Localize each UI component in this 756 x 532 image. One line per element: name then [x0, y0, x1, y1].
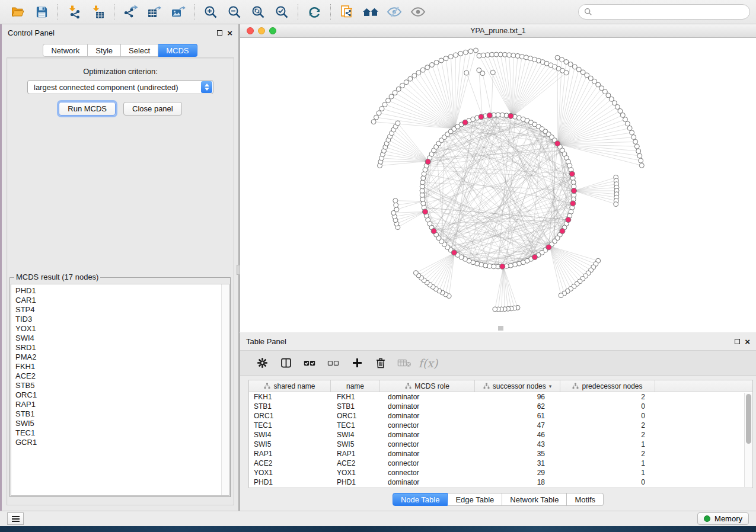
table-row[interactable]: RAP1RAP1dominator352	[249, 449, 744, 459]
table-row[interactable]: ORC1ORC1dominator610	[249, 411, 744, 421]
table-row[interactable]: ACE2ACE2connector311	[249, 459, 744, 468]
table-cell: PHD1	[330, 478, 379, 486]
export-image-icon[interactable]	[168, 3, 188, 21]
status-bar: Memory	[0, 511, 756, 526]
refresh-icon[interactable]	[304, 3, 324, 21]
toolbar-separator	[114, 4, 114, 20]
criterion-dropdown[interactable]: largest connected component (undirected)	[27, 80, 213, 94]
clone-network-icon[interactable]	[337, 3, 357, 21]
table-row[interactable]: STB1STB1dominator620	[249, 402, 744, 411]
table-row[interactable]: TEC1TEC1connector472	[249, 421, 744, 430]
canvas-scroll-handle[interactable]	[498, 326, 503, 331]
list-item[interactable]: SWI5	[15, 419, 229, 428]
zoom-out-icon[interactable]	[224, 3, 244, 21]
list-item[interactable]: STP4	[15, 305, 229, 315]
zoom-selected-icon[interactable]	[272, 3, 292, 21]
table-cell: 61	[474, 412, 560, 420]
list-item[interactable]: STB1	[15, 409, 229, 419]
column-header-successor-nodes[interactable]: successor nodes▾	[474, 380, 560, 392]
close-panel-button[interactable]: Close panel	[123, 102, 182, 116]
float-panel-icon[interactable]	[217, 30, 222, 36]
add-row-icon[interactable]	[348, 354, 366, 372]
table-row[interactable]: FKH1FKH1dominator962	[249, 392, 744, 402]
import-network-icon[interactable]	[64, 3, 84, 21]
zoom-in-icon[interactable]	[200, 3, 221, 21]
table-row[interactable]: SWI5SWI5connector431	[249, 440, 744, 449]
float-table-panel-icon[interactable]	[735, 339, 740, 344]
table-scrollbar[interactable]	[744, 393, 752, 487]
network-graph[interactable]	[240, 38, 756, 332]
network-title: YPA_prune.txt_1	[240, 27, 756, 35]
tab-node-table[interactable]: Node Table	[393, 493, 448, 506]
table-scrollbar-thumb[interactable]	[746, 394, 751, 444]
table-row[interactable]: SWI4SWI4dominator462	[249, 430, 744, 440]
tab-network[interactable]: Network	[43, 44, 88, 57]
export-table-icon[interactable]	[144, 3, 164, 21]
list-item[interactable]: SRD1	[15, 343, 229, 352]
list-item[interactable]: TID3	[15, 315, 229, 324]
column-header-predecessor-nodes[interactable]: predecessor nodes	[560, 380, 655, 392]
mcds-result-list[interactable]: PHD1CAR1STP4TID3YOX1SWI4SRD1PMA2FKH1ACE2…	[11, 284, 229, 496]
delete-row-icon[interactable]	[372, 354, 390, 372]
show-all-icon[interactable]	[408, 3, 428, 21]
list-item[interactable]: ACE2	[15, 371, 229, 381]
list-item[interactable]: SWI4	[15, 334, 229, 343]
column-label: predecessor nodes	[582, 382, 642, 390]
table-row[interactable]: PHD1PHD1dominator180	[249, 477, 744, 487]
table-cell: PHD1	[249, 478, 330, 486]
tab-network-table[interactable]: Network Table	[502, 493, 567, 506]
tab-select[interactable]: Select	[121, 44, 158, 57]
table-cell: 2	[560, 421, 655, 430]
search-box	[578, 4, 750, 20]
list-item[interactable]: STB5	[15, 381, 229, 390]
close-table-panel-icon[interactable]: ×	[745, 339, 750, 344]
table-cell: 35	[474, 450, 560, 458]
task-history-icon[interactable]	[7, 512, 24, 525]
tab-motifs[interactable]: Motifs	[567, 493, 604, 506]
table-cell: RAP1	[330, 450, 379, 458]
list-item[interactable]: PHD1	[15, 286, 229, 296]
list-item[interactable]: TEC1	[15, 428, 229, 438]
list-item[interactable]: YOX1	[15, 324, 229, 334]
tab-mcds[interactable]: MCDS	[158, 44, 197, 57]
mcds-tab-content: Optimization criterion: largest connecte…	[7, 57, 234, 505]
first-neighbors-icon[interactable]	[361, 3, 381, 21]
settings-icon[interactable]	[253, 354, 271, 372]
list-item[interactable]: RAP1	[15, 400, 229, 409]
column-type-icon	[483, 383, 490, 389]
table-cell: 18	[474, 478, 560, 486]
table-body: FKH1FKH1dominator962STB1STB1dominator620…	[249, 392, 744, 488]
tab-edge-table[interactable]: Edge Table	[448, 493, 502, 506]
list-item[interactable]: PMA2	[15, 352, 229, 362]
list-item[interactable]: ORC1	[15, 390, 229, 400]
table-cell: 0	[560, 478, 655, 486]
open-file-icon[interactable]	[8, 3, 28, 21]
list-item[interactable]: GCR1	[15, 438, 229, 447]
column-header-mcds-role[interactable]: MCDS role	[379, 380, 474, 392]
list-item[interactable]: FKH1	[15, 362, 229, 371]
select-all-icon[interactable]	[301, 354, 318, 372]
tab-style[interactable]: Style	[88, 44, 121, 57]
zoom-fit-icon[interactable]	[248, 3, 268, 21]
deselect-all-icon[interactable]	[324, 354, 342, 372]
column-header-name[interactable]: name	[330, 380, 379, 392]
save-session-icon[interactable]	[31, 3, 52, 21]
column-header-shared-name[interactable]: shared name	[249, 380, 330, 392]
hide-selected-icon[interactable]	[384, 3, 404, 21]
split-panel-icon[interactable]	[277, 354, 295, 372]
table-cell: FKH1	[330, 393, 379, 401]
list-item[interactable]: CAR1	[15, 296, 229, 305]
import-table-icon[interactable]	[88, 3, 108, 21]
application-window: Control Panel × NetworkStyleSelectMCDS O…	[0, 0, 756, 532]
close-panel-icon[interactable]: ×	[227, 30, 232, 36]
export-network-icon[interactable]	[120, 3, 141, 21]
run-mcds-button[interactable]: Run MCDS	[59, 102, 116, 116]
table-cell: SWI5	[330, 440, 379, 448]
table-cell: connector	[379, 440, 474, 448]
network-canvas[interactable]	[240, 38, 756, 332]
table-cell: 47	[474, 421, 560, 430]
mcds-list-scrollbar[interactable]	[221, 284, 229, 495]
table-row[interactable]: YOX1YOX1connector291	[249, 468, 744, 477]
memory-button[interactable]: Memory	[697, 512, 749, 525]
search-input[interactable]	[595, 7, 744, 17]
